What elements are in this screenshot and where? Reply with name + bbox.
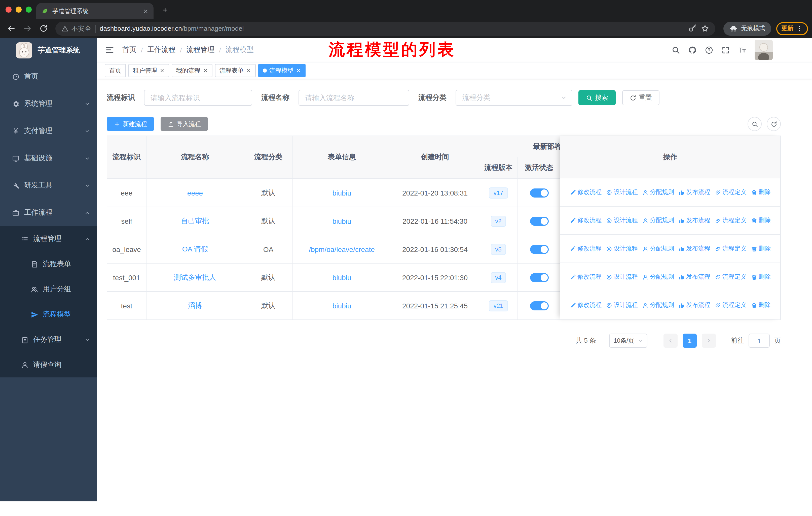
sidebar-item-process-model[interactable]: 流程模型: [0, 302, 97, 327]
tag-my-process[interactable]: 我的流程: [172, 64, 212, 77]
design-flow-link[interactable]: 设计流程: [606, 273, 638, 281]
address-bar[interactable]: 不安全 dashboard.yudao.iocoder.cn/bpm/manag…: [55, 21, 715, 35]
close-icon[interactable]: [203, 68, 208, 73]
breadcrumb-item[interactable]: 流程管理: [186, 45, 215, 54]
font-size-icon[interactable]: [734, 38, 751, 62]
tag-process-model[interactable]: 流程模型: [258, 64, 306, 77]
design-flow-link[interactable]: 设计流程: [606, 244, 638, 253]
github-icon[interactable]: [684, 38, 701, 62]
search-button[interactable]: 搜索: [578, 90, 616, 105]
create-flow-button[interactable]: 新建流程: [107, 117, 154, 131]
modify-flow-link[interactable]: 修改流程: [570, 273, 602, 281]
tab-close-icon[interactable]: [143, 8, 148, 14]
reset-button[interactable]: 重置: [622, 90, 660, 105]
modify-flow-link[interactable]: 修改流程: [570, 301, 602, 309]
delete-link[interactable]: 删除: [751, 301, 771, 309]
password-key-icon[interactable]: [688, 24, 697, 33]
flow-key-input[interactable]: [144, 90, 252, 106]
form-info-link[interactable]: biubiu: [332, 189, 351, 197]
assign-rule-link[interactable]: 分配规则: [642, 188, 674, 196]
flow-name-input[interactable]: [298, 90, 409, 106]
forward-button[interactable]: [20, 21, 34, 35]
browser-tab[interactable]: 芋道管理系统: [36, 3, 153, 19]
design-flow-link[interactable]: 设计流程: [606, 216, 638, 225]
publish-flow-link[interactable]: 发布流程: [678, 244, 710, 253]
publish-flow-link[interactable]: 发布流程: [678, 273, 710, 281]
active-toggle[interactable]: [530, 216, 548, 225]
bookmark-star-icon[interactable]: [701, 24, 709, 33]
close-icon[interactable]: [296, 68, 301, 73]
delete-link[interactable]: 删除: [751, 273, 771, 281]
model-name-link[interactable]: 测试多审批人: [174, 273, 216, 282]
modify-flow-link[interactable]: 修改流程: [570, 188, 602, 196]
menu-dots-icon[interactable]: [796, 25, 803, 32]
tag-home[interactable]: 首页: [105, 64, 126, 77]
delete-link[interactable]: 删除: [751, 216, 771, 225]
publish-flow-link[interactable]: 发布流程: [678, 216, 710, 225]
sidebar-item-payment-mgmt[interactable]: 支付管理: [0, 117, 97, 145]
refresh-table-button[interactable]: [767, 117, 781, 131]
active-toggle[interactable]: [530, 245, 548, 254]
modify-flow-link[interactable]: 修改流程: [570, 216, 602, 225]
security-chip[interactable]: 不安全: [61, 24, 91, 33]
sidebar-item-dev-tools[interactable]: 研发工具: [0, 172, 97, 199]
flow-definition-link[interactable]: 流程定义: [715, 244, 747, 253]
help-icon[interactable]: [701, 38, 717, 62]
delete-link[interactable]: 删除: [751, 188, 771, 196]
sidebar-item-task-mgmt[interactable]: 任务管理: [0, 327, 97, 352]
flow-definition-link[interactable]: 流程定义: [715, 273, 747, 281]
model-name-link[interactable]: OA 请假: [182, 245, 208, 254]
avatar[interactable]: [755, 40, 773, 60]
sidebar-item-home[interactable]: 首页: [0, 63, 97, 90]
sidebar-item-leave-query[interactable]: 请假查询: [0, 352, 97, 377]
toggle-search-button[interactable]: [748, 117, 762, 131]
active-toggle[interactable]: [530, 273, 548, 282]
browser-update-chip[interactable]: 更新: [776, 22, 808, 35]
page-size-select[interactable]: 10条/页: [609, 333, 647, 348]
model-name-link[interactable]: 滔博: [188, 301, 202, 310]
fullscreen-icon[interactable]: [717, 38, 734, 62]
design-flow-link[interactable]: 设计流程: [606, 301, 638, 309]
goto-page-input[interactable]: [749, 333, 770, 348]
window-zoom-button[interactable]: [26, 6, 32, 12]
flow-definition-link[interactable]: 流程定义: [715, 301, 747, 309]
flow-definition-link[interactable]: 流程定义: [715, 216, 747, 225]
flow-definition-link[interactable]: 流程定义: [715, 188, 747, 196]
form-info-link[interactable]: biubiu: [332, 273, 351, 281]
sidebar-toggle-button[interactable]: [97, 38, 122, 62]
tag-tenant-mgmt[interactable]: 租户管理: [128, 64, 169, 77]
model-name-link[interactable]: 自己审批: [181, 216, 209, 225]
model-name-link[interactable]: eeee: [187, 189, 203, 197]
search-icon[interactable]: [668, 38, 684, 62]
form-info-link[interactable]: /bpm/oa/leave/create: [309, 245, 375, 253]
sidebar-item-workflow[interactable]: 工作流程: [0, 199, 97, 226]
flow-category-select[interactable]: 流程分类: [456, 90, 572, 106]
modify-flow-link[interactable]: 修改流程: [570, 244, 602, 253]
assign-rule-link[interactable]: 分配规则: [642, 273, 674, 281]
close-icon[interactable]: [246, 68, 251, 73]
design-flow-link[interactable]: 设计流程: [606, 188, 638, 196]
delete-link[interactable]: 删除: [751, 244, 771, 253]
import-flow-button[interactable]: 导入流程: [161, 117, 208, 131]
publish-flow-link[interactable]: 发布流程: [678, 301, 710, 309]
assign-rule-link[interactable]: 分配规则: [642, 244, 674, 253]
breadcrumb-item[interactable]: 工作流程: [147, 45, 175, 54]
reload-button[interactable]: [36, 21, 50, 35]
sidebar-item-system-mgmt[interactable]: 系统管理: [0, 90, 97, 117]
window-close-button[interactable]: [5, 6, 11, 12]
form-info-link[interactable]: biubiu: [332, 302, 351, 310]
assign-rule-link[interactable]: 分配规则: [642, 301, 674, 309]
sidebar-item-user-group[interactable]: 用户分组: [0, 277, 97, 302]
tag-process-form[interactable]: 流程表单: [215, 64, 256, 77]
form-info-link[interactable]: biubiu: [332, 217, 351, 225]
back-button[interactable]: [4, 21, 18, 35]
prev-page-button[interactable]: [664, 333, 677, 348]
next-page-button[interactable]: [702, 333, 716, 348]
close-icon[interactable]: [160, 68, 165, 73]
window-minimize-button[interactable]: [16, 6, 22, 12]
active-toggle[interactable]: [530, 301, 548, 310]
assign-rule-link[interactable]: 分配规则: [642, 216, 674, 225]
current-page[interactable]: 1: [683, 333, 697, 348]
active-toggle[interactable]: [530, 188, 548, 197]
breadcrumb-item[interactable]: 首页: [122, 45, 137, 54]
